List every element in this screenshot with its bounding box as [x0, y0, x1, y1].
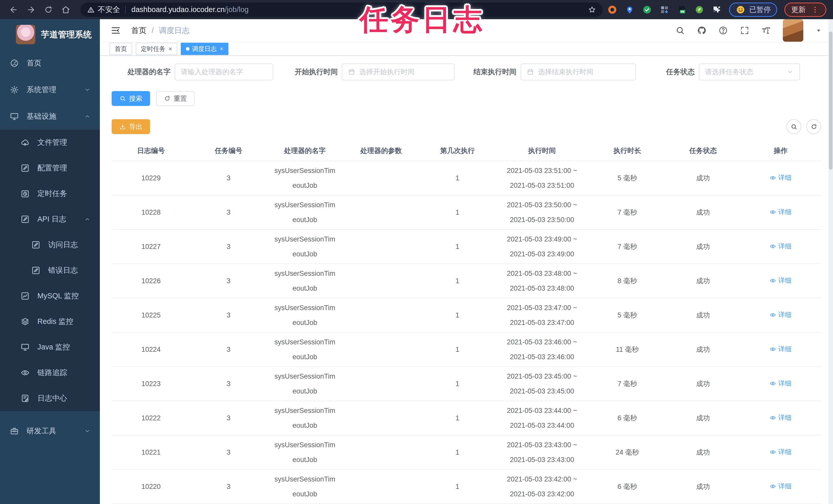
edit-icon [21, 215, 30, 224]
eye-icon [769, 414, 776, 421]
job-status-select[interactable]: 请选择任务状态 [699, 64, 800, 80]
cell-duration: 6 毫秒 [589, 413, 666, 423]
extension-on-badge-icon[interactable] [677, 5, 687, 15]
cell-execute-index: 1 [419, 449, 496, 456]
cell-job-id: 3 [191, 483, 267, 491]
not-secure-label: 不安全 [98, 5, 120, 15]
cell-log-id: 10221 [112, 449, 191, 456]
user-avatar[interactable] [783, 19, 803, 42]
cell-log-id: 10220 [112, 483, 191, 491]
sidebar-item-研发工具[interactable]: 研发工具 [0, 418, 100, 445]
table-row: 102203sysUserSessionTimeoutJob12021-05-0… [112, 470, 821, 504]
detail-link[interactable]: 详细 [769, 482, 791, 491]
browser-menu-kebab-icon[interactable] [811, 5, 819, 14]
not-secure-warning-icon[interactable] [87, 6, 95, 14]
handler-name-label: 处理器的名字 [112, 67, 170, 77]
calendar-icon [348, 68, 355, 75]
column-header: 执行时间 [496, 146, 589, 155]
detail-link[interactable]: 详细 [769, 242, 791, 251]
detail-link[interactable]: 详细 [769, 379, 791, 388]
sidebar-toggle-icon[interactable] [111, 25, 121, 35]
page-content: 处理器的名字 开始执行时间 选择开始执行时间 结束执行时间 选择结束执行时间 任… [100, 56, 833, 504]
cell-execute-index: 1 [419, 174, 496, 182]
sidebar-item-label: 链路追踪 [38, 368, 67, 378]
extension-grid-download-icon[interactable] [659, 5, 670, 15]
cell-status: 成功 [666, 310, 740, 320]
detail-link-label: 详细 [778, 448, 791, 456]
sidebar-item-基础设施[interactable]: 基础设施 [0, 103, 100, 130]
back-icon[interactable] [7, 3, 21, 17]
detail-link[interactable]: 详细 [769, 413, 791, 422]
sidebar-item-Redis-监控[interactable]: Redis 监控 [0, 309, 100, 334]
detail-link[interactable]: 详细 [769, 276, 791, 285]
sidebar-item-文件管理[interactable]: 文件管理 [0, 130, 100, 155]
eye-icon [769, 311, 776, 318]
detail-link[interactable]: 详细 [769, 345, 791, 354]
toggle-search-button[interactable] [786, 119, 801, 134]
extension-location-pin-icon[interactable] [624, 5, 635, 15]
extension-green-check-icon[interactable] [642, 5, 652, 15]
start-time-picker[interactable]: 选择开始执行时间 [342, 64, 454, 80]
browser-update-button[interactable]: 更新 [784, 3, 826, 17]
sidebar-item-label: API 日志 [38, 214, 66, 224]
tag-首页[interactable]: 首页 [110, 43, 132, 55]
tag-close-icon[interactable]: × [168, 45, 172, 52]
sidebar-item-MySQL-监控[interactable]: MySQL 监控 [0, 283, 100, 309]
cell-handler-name: sysUserSessionTimeoutJob [267, 300, 343, 330]
bookmark-star-icon[interactable] [588, 6, 596, 14]
tag-调度日志[interactable]: 调度日志× [181, 43, 229, 55]
chevron-down-icon [84, 428, 91, 434]
handler-name-field[interactable] [181, 68, 267, 76]
forward-icon[interactable] [24, 3, 38, 17]
address-bar[interactable]: 不安全 dashboard.yudao.iocoder.cn /job/log [80, 3, 603, 17]
search-icon[interactable] [675, 26, 685, 35]
export-button[interactable]: 导出 [112, 119, 150, 134]
cell-actions: 详细 [740, 207, 821, 217]
github-icon[interactable] [697, 26, 707, 35]
detail-link[interactable]: 详细 [769, 207, 791, 217]
avatar-caret-down-icon[interactable] [815, 27, 822, 34]
sidebar-item-配置管理[interactable]: 配置管理 [0, 155, 100, 181]
sidebar-item-label: MySQL 监控 [38, 291, 79, 301]
home-icon[interactable] [59, 3, 73, 17]
extension-orange-ring-icon[interactable] [607, 5, 617, 15]
scrollbar-thumb[interactable] [829, 31, 832, 170]
dashboard-icon [10, 58, 19, 68]
breadcrumb-home[interactable]: 首页 [131, 25, 146, 36]
reload-icon[interactable] [42, 3, 55, 17]
main-area: 首页 / 调度日志 首页定时任务×调度日志× 处理器 [100, 19, 833, 504]
download-icon [119, 123, 126, 130]
detail-link[interactable]: 详细 [769, 310, 791, 319]
handler-name-input[interactable] [175, 64, 273, 80]
cell-log-id: 10229 [112, 174, 191, 182]
sidebar-item-Java-监控[interactable]: Java 监控 [0, 334, 100, 360]
profile-paused-badge[interactable]: 已暂停 [729, 3, 777, 17]
sidebar-item-日志中心[interactable]: 日志中心 [0, 385, 100, 411]
tag-close-icon[interactable]: × [220, 45, 223, 52]
sidebar-item-系统管理[interactable]: 系统管理 [0, 76, 100, 103]
table-row: 102253sysUserSessionTimeoutJob12021-05-0… [112, 298, 821, 333]
sidebar-item-定时任务[interactable]: 定时任务 [0, 181, 100, 206]
help-icon[interactable] [718, 26, 728, 35]
app-logo[interactable]: 芋道管理系统 [0, 19, 100, 50]
refresh-table-button[interactable] [806, 119, 821, 134]
paused-label: 已暂停 [749, 5, 771, 15]
sidebar-item-错误日志[interactable]: 错误日志 [0, 258, 100, 283]
sidebar-item-label: 定时任务 [38, 188, 67, 199]
cell-actions: 详细 [740, 413, 821, 423]
end-time-picker[interactable]: 选择结束执行时间 [521, 64, 636, 80]
cell-duration: 5 毫秒 [589, 173, 666, 183]
reset-button[interactable]: 重置 [156, 91, 195, 106]
search-button[interactable]: 搜索 [112, 91, 150, 106]
font-size-icon[interactable] [761, 26, 771, 35]
tag-定时任务[interactable]: 定时任务× [136, 43, 177, 55]
sidebar-item-首页[interactable]: 首页 [0, 50, 100, 76]
fullscreen-icon[interactable] [740, 26, 749, 35]
sidebar-item-链路追踪[interactable]: 链路追踪 [0, 360, 100, 385]
detail-link[interactable]: 详细 [769, 173, 791, 182]
extensions-puzzle-icon[interactable] [712, 5, 722, 15]
sidebar-item-访问日志[interactable]: 访问日志 [0, 232, 100, 258]
detail-link[interactable]: 详细 [769, 448, 791, 456]
sidebar-item-API-日志[interactable]: API 日志 [0, 206, 100, 232]
extension-green-leaf-icon[interactable] [694, 5, 705, 15]
